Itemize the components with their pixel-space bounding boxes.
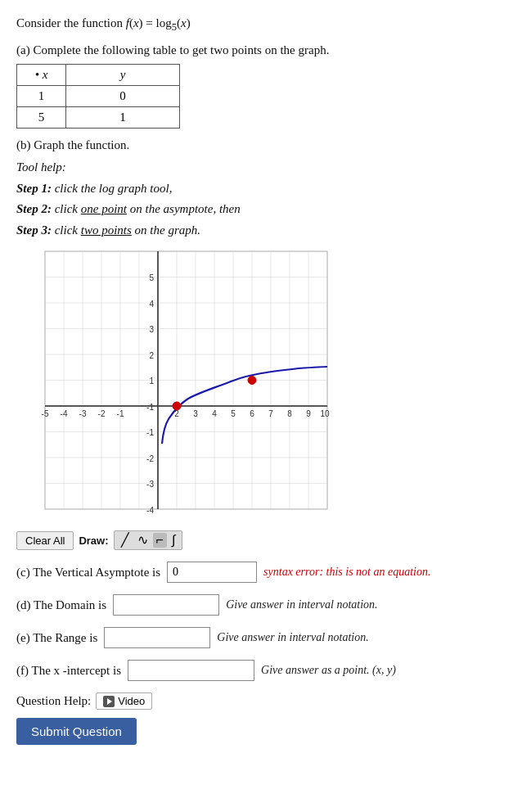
- domain-hint: Give answer in interval notation.: [226, 598, 377, 611]
- table-row: 1: [17, 85, 180, 106]
- svg-text:-2: -2: [98, 409, 106, 418]
- draw-label: Draw:: [79, 535, 108, 547]
- part-e-label: (e) The Range is: [16, 631, 97, 645]
- step-2: Step 2: click one point on the asymptote…: [16, 200, 497, 219]
- toolbar: Clear All Draw: ╱ ∿ ⌐ ∫: [16, 530, 497, 550]
- part-b-label: (b) Graph the function.: [16, 137, 497, 154]
- points-table: • x y 1 5: [16, 64, 180, 129]
- syntax-error-msg: syntax error: this is not an equation.: [263, 566, 430, 579]
- svg-text:-2: -2: [146, 454, 154, 463]
- part-c-label: (c) The Vertical Asymptote is: [16, 566, 160, 580]
- line-tool-button[interactable]: ╱: [118, 533, 133, 548]
- x-intercept-input[interactable]: [128, 660, 254, 681]
- svg-text:-3: -3: [146, 480, 154, 489]
- svg-text:-4: -4: [61, 409, 68, 418]
- svg-text:10: 10: [320, 409, 330, 418]
- svg-point-51: [248, 377, 256, 385]
- svg-text:-4: -4: [146, 506, 154, 515]
- graph-area: -5 -4 -3 -2 -1 2 3 4 5 6 7 8 9 10 5 4 3 …: [16, 247, 335, 526]
- graph-svg[interactable]: -5 -4 -3 -2 -1 2 3 4 5 6 7 8 9 10 5 4 3 …: [16, 247, 335, 526]
- svg-text:9: 9: [306, 409, 311, 418]
- y-field-1[interactable]: [76, 89, 169, 103]
- table-container: • x y 1 5: [16, 64, 497, 129]
- svg-text:-5: -5: [42, 409, 49, 418]
- video-button[interactable]: Video: [96, 692, 152, 710]
- part-f-label: (f) The x -intercept is: [16, 664, 121, 678]
- svg-text:-1: -1: [146, 428, 154, 437]
- svg-point-50: [173, 402, 181, 410]
- y-input-2[interactable]: [66, 106, 180, 128]
- x-value-2: 5: [17, 106, 66, 128]
- clear-all-button[interactable]: Clear All: [16, 531, 74, 550]
- svg-text:3: 3: [149, 325, 154, 334]
- col-x-header: • x: [17, 64, 66, 85]
- svg-text:-3: -3: [79, 409, 87, 418]
- svg-text:4: 4: [212, 409, 217, 418]
- part-e-row: (e) The Range is Give answer in interval…: [16, 627, 497, 648]
- svg-text:8: 8: [287, 409, 292, 418]
- svg-text:4: 4: [149, 300, 154, 309]
- svg-text:-1: -1: [117, 409, 124, 418]
- x-intercept-hint: Give answer as a point. (x, y): [261, 664, 396, 677]
- draw-tools-container: ╱ ∿ ⌐ ∫: [114, 530, 183, 550]
- curve-tool-button[interactable]: ∫: [169, 533, 178, 548]
- domain-input[interactable]: [113, 594, 219, 616]
- table-row: 5: [17, 106, 180, 128]
- svg-text:1: 1: [149, 377, 154, 386]
- part-f-row: (f) The x -intercept is Give answer as a…: [16, 660, 497, 681]
- svg-text:5: 5: [149, 273, 154, 282]
- svg-text:-1: -1: [146, 403, 154, 412]
- video-label: Video: [118, 695, 145, 707]
- range-input[interactable]: [104, 627, 210, 648]
- main-title: Consider the function f(x) = log5(x): [16, 15, 497, 35]
- submit-button[interactable]: Submit Question: [16, 718, 137, 745]
- wave-tool-button[interactable]: ∿: [134, 533, 151, 548]
- part-a-label: (a) Complete the following table to get …: [16, 42, 497, 59]
- tool-help-label: Tool help:: [16, 159, 497, 176]
- svg-text:2: 2: [149, 351, 154, 360]
- question-help-row: Question Help: Video: [16, 692, 497, 710]
- col-y-header: y: [66, 64, 180, 85]
- angle-tool-button[interactable]: ⌐: [153, 533, 167, 548]
- part-c-row: (c) The Vertical Asymptote is syntax err…: [16, 562, 497, 583]
- vertical-asymptote-input[interactable]: [167, 562, 257, 583]
- range-hint: Give answer in interval notation.: [217, 631, 368, 644]
- part-d-row: (d) The Domain is Give answer in interva…: [16, 594, 497, 616]
- question-help-label: Question Help:: [16, 694, 91, 708]
- step-3: Step 3: click two points on the graph.: [16, 221, 497, 240]
- svg-text:6: 6: [250, 409, 254, 418]
- y-input-1[interactable]: [66, 85, 180, 106]
- svg-text:3: 3: [193, 409, 198, 418]
- step-1: Step 1: click the log graph tool,: [16, 179, 497, 198]
- svg-text:5: 5: [231, 409, 236, 418]
- video-icon: [103, 696, 115, 707]
- x-value-1: 1: [17, 85, 66, 106]
- y-field-2[interactable]: [76, 111, 169, 124]
- part-d-label: (d) The Domain is: [16, 598, 106, 612]
- svg-text:7: 7: [268, 409, 273, 418]
